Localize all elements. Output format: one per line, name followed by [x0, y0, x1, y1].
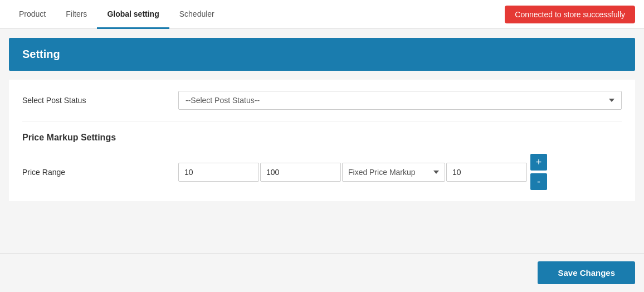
price-range-from[interactable] [178, 163, 259, 182]
price-inputs: Fixed Price Markup Percentage Markup + - [178, 154, 622, 190]
price-markup-title: Price Markup Settings [22, 133, 622, 143]
settings-section: Select Post Status --Select Post Status-… [9, 80, 635, 201]
post-status-row: Select Post Status --Select Post Status-… [22, 91, 622, 110]
tab-global-setting[interactable]: Global setting [97, 1, 169, 29]
add-range-button[interactable]: + [530, 154, 547, 171]
footer-bar: Save Changes [0, 253, 644, 292]
connected-badge: Connected to store successfully [505, 6, 635, 23]
markup-value-input[interactable] [446, 163, 527, 182]
post-status-label: Select Post Status [22, 96, 178, 105]
price-range-row: Price Range Fixed Price Markup Percentag… [22, 154, 622, 190]
main-content: Setting Select Post Status --Select Post… [0, 38, 644, 201]
section-divider [22, 121, 622, 121]
tab-product[interactable]: Product [9, 1, 56, 29]
price-range-to[interactable] [260, 163, 341, 182]
post-status-wrapper: --Select Post Status-- Published Draft P… [178, 91, 622, 110]
nav-bar: Product Filters Global setting Scheduler… [0, 0, 644, 29]
tab-scheduler[interactable]: Scheduler [169, 1, 225, 29]
markup-type-select[interactable]: Fixed Price Markup Percentage Markup [342, 163, 445, 182]
price-range-label: Price Range [22, 168, 178, 177]
save-changes-button[interactable]: Save Changes [538, 261, 635, 284]
setting-header: Setting [9, 38, 635, 71]
remove-range-button[interactable]: - [530, 173, 547, 190]
tab-filters[interactable]: Filters [56, 1, 97, 29]
range-buttons: + - [530, 154, 547, 190]
post-status-select[interactable]: --Select Post Status-- Published Draft P… [178, 91, 622, 110]
nav-tabs: Product Filters Global setting Scheduler [9, 0, 225, 28]
